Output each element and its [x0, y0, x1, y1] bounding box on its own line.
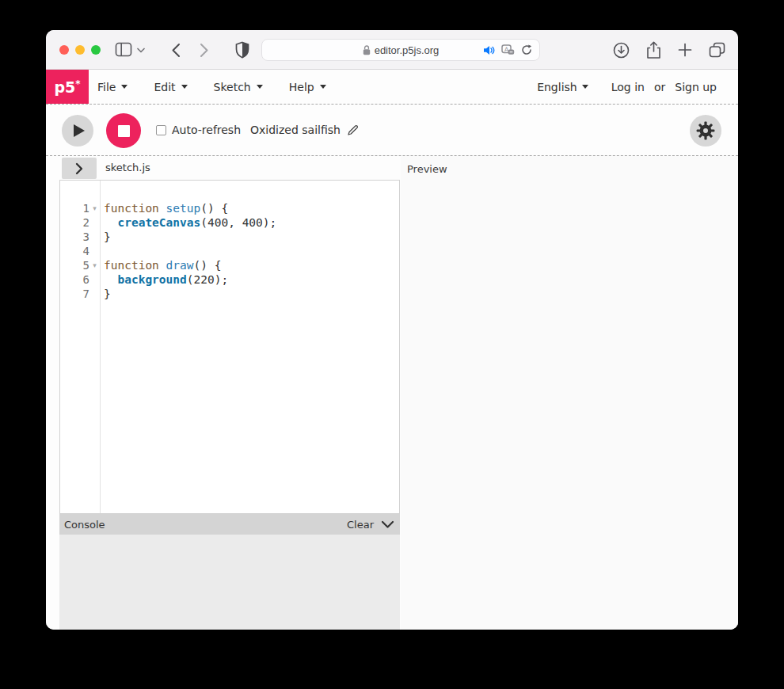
back-button[interactable]: [171, 43, 181, 58]
console-header: Console Clear: [59, 514, 400, 535]
project-name: Oxidized sailfish: [250, 124, 341, 136]
caret-down-icon: [320, 85, 326, 89]
console-title: Console: [64, 519, 105, 531]
code-line[interactable]: background(220);: [104, 272, 399, 287]
browser-window: editor.p5js.org A: [46, 30, 738, 630]
stop-button[interactable]: [106, 113, 141, 148]
sidebar-chevron-down-icon[interactable]: [137, 48, 145, 53]
privacy-shield-icon[interactable]: [235, 41, 249, 59]
translate-icon[interactable]: A: [501, 44, 515, 55]
forward-button[interactable]: [200, 43, 209, 58]
fold-spacer: [89, 244, 100, 258]
code-line[interactable]: }: [104, 287, 399, 301]
console-clear-button[interactable]: Clear: [347, 519, 374, 531]
login-link[interactable]: Log in: [611, 81, 645, 93]
play-button[interactable]: [62, 115, 93, 147]
gear-icon: [696, 121, 715, 140]
code-line[interactable]: }: [104, 230, 399, 244]
fold-arrow-icon[interactable]: ▾: [89, 201, 100, 215]
caret-down-icon: [121, 85, 127, 89]
menu-help[interactable]: Help: [289, 81, 326, 93]
preview-label: Preview: [407, 163, 447, 175]
tab-sketch-js[interactable]: sketch.js: [105, 162, 150, 173]
downloads-icon[interactable]: [613, 42, 630, 59]
stop-icon: [118, 125, 130, 137]
fold-spacer: [89, 272, 100, 287]
autorefresh-checkbox[interactable]: [156, 125, 166, 135]
menu-sketch[interactable]: Sketch: [214, 81, 263, 93]
menu-edit[interactable]: Edit: [154, 81, 187, 93]
fold-arrow-icon[interactable]: ▾: [89, 258, 100, 272]
audio-playing-icon[interactable]: [483, 45, 495, 55]
share-icon[interactable]: [646, 41, 661, 59]
menu-file[interactable]: File: [97, 81, 127, 93]
browser-toolbar: editor.p5js.org A: [46, 30, 738, 70]
autorefresh-control: Auto-refresh: [156, 124, 241, 136]
minimize-window-button[interactable]: [75, 45, 85, 55]
sidebar-toggle-button[interactable]: [62, 158, 97, 179]
desktop: editor.p5js.org A: [0, 0, 784, 689]
main-area: Preview sketch.js 1▾2345▾67 function set…: [46, 156, 738, 630]
code-line[interactable]: function setup() {: [104, 201, 399, 215]
chevron-right-icon: [75, 162, 83, 175]
code-lines[interactable]: function setup() { createCanvas(400, 400…: [101, 181, 399, 513]
code-line[interactable]: [104, 244, 399, 258]
caret-down-icon: [181, 85, 188, 89]
autorefresh-label: Auto-refresh: [172, 124, 241, 136]
language-selector[interactable]: English: [537, 81, 588, 93]
play-icon: [74, 124, 85, 137]
code-editor[interactable]: 1▾2345▾67 function setup() { createCanva…: [59, 180, 400, 514]
url-text: editor.p5js.org: [375, 44, 440, 56]
caret-down-icon: [582, 85, 588, 89]
close-window-button[interactable]: [59, 45, 69, 55]
caret-down-icon: [257, 85, 263, 89]
zoom-window-button[interactable]: [91, 45, 101, 55]
settings-button[interactable]: [690, 115, 721, 147]
reload-icon[interactable]: [521, 44, 532, 55]
preview-pane: Preview: [401, 156, 738, 630]
edit-pencil-icon[interactable]: [347, 124, 359, 136]
or-text: or: [654, 81, 665, 93]
sketch-toolbar: Auto-refresh Oxidized sailfish: [46, 105, 738, 156]
p5-nav-bar: p5* File Edit Sketch Help English: [46, 70, 738, 105]
lock-icon: [363, 45, 371, 55]
console-collapse-icon[interactable]: [381, 520, 394, 529]
project-title: Oxidized sailfish: [250, 124, 359, 136]
fold-spacer: [89, 230, 100, 244]
menu-bar: File Edit Sketch Help: [97, 70, 326, 104]
fold-spacer: [89, 287, 100, 301]
tab-overview-icon[interactable]: [709, 42, 725, 58]
sidebar-icon[interactable]: [115, 42, 132, 57]
code-line[interactable]: createCanvas(400, 400);: [104, 215, 399, 230]
address-bar[interactable]: editor.p5js.org A: [261, 39, 540, 61]
fold-spacer: [89, 215, 100, 230]
traffic-lights: [59, 45, 101, 55]
gutter: 1▾2345▾67: [60, 181, 101, 513]
p5-logo[interactable]: p5*: [46, 70, 89, 104]
nav-right: English Log in or Sign up: [537, 70, 717, 104]
address-bar-url: editor.p5js.org: [363, 44, 440, 56]
signup-link[interactable]: Sign up: [675, 81, 717, 93]
code-line[interactable]: function draw() {: [104, 258, 399, 272]
new-tab-icon[interactable]: [678, 43, 692, 57]
console-body[interactable]: [59, 535, 400, 630]
